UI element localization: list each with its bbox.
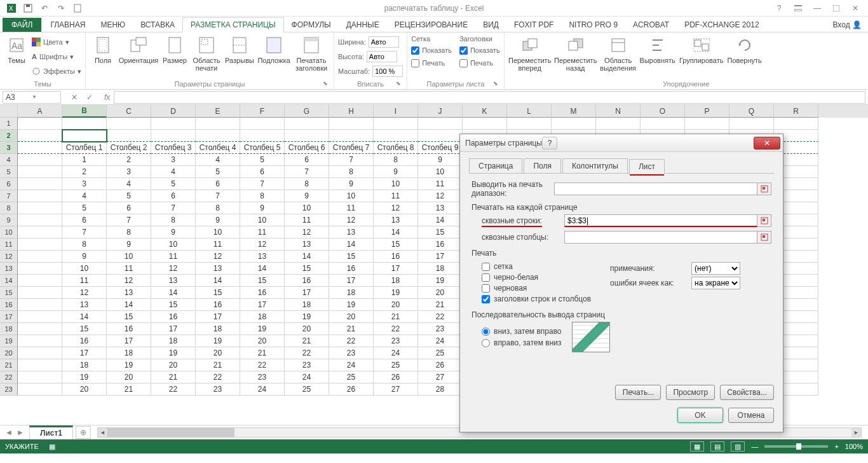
cell[interactable]: 23 <box>329 347 374 359</box>
cols-picker-icon[interactable] <box>757 231 771 244</box>
cell[interactable]: 18 <box>151 335 196 347</box>
dialog-titlebar[interactable]: Параметры страницы ? ✕ <box>460 134 783 152</box>
align-button[interactable]: Выровнять <box>639 35 676 64</box>
sheet-options-launcher[interactable]: ⬊ <box>491 79 500 88</box>
cell[interactable]: 22 <box>285 347 329 359</box>
cell[interactable] <box>18 251 62 263</box>
cell[interactable]: 9 <box>240 202 285 214</box>
signin-link[interactable]: Вход 👤 <box>827 18 869 32</box>
cell[interactable]: 22 <box>329 335 374 347</box>
properties-button[interactable]: Свойства... <box>720 385 774 400</box>
cell[interactable]: 9 <box>151 226 196 238</box>
ribbon-tab[interactable]: ВИД <box>475 18 506 32</box>
cell[interactable]: 12 <box>151 263 196 275</box>
cell[interactable]: Столбец 4 <box>196 142 240 154</box>
cell[interactable]: 24 <box>418 335 463 347</box>
cell[interactable]: 11 <box>62 275 107 287</box>
cell[interactable] <box>18 154 62 166</box>
cell[interactable]: 16 <box>285 275 329 287</box>
cell[interactable]: 13 <box>107 287 151 299</box>
print-range-input[interactable] <box>554 183 757 195</box>
cell[interactable]: 6 <box>285 154 329 166</box>
cell[interactable] <box>151 130 196 142</box>
row-header[interactable]: 6 <box>0 178 18 190</box>
cell[interactable]: 19 <box>418 275 463 287</box>
cell[interactable]: Столбец 7 <box>329 142 374 154</box>
cell[interactable]: 16 <box>418 238 463 251</box>
gridlines-print-check[interactable] <box>411 59 419 67</box>
cell[interactable]: 6 <box>240 166 285 178</box>
cell[interactable]: 7 <box>151 202 196 214</box>
cell[interactable] <box>18 130 62 142</box>
colors-menu[interactable]: Цвета ▾ <box>32 35 81 49</box>
scale-input[interactable] <box>372 66 403 77</box>
cell[interactable]: 9 <box>62 251 107 263</box>
cell[interactable]: 22 <box>418 311 463 323</box>
cell[interactable] <box>18 226 62 238</box>
cell[interactable]: 16 <box>62 335 107 347</box>
cell[interactable]: 7 <box>62 226 107 238</box>
cancel-button[interactable]: Отмена <box>728 408 774 423</box>
cell[interactable] <box>329 118 374 130</box>
cell[interactable]: 14 <box>196 275 240 287</box>
cell[interactable]: 17 <box>240 299 285 311</box>
row-header[interactable]: 10 <box>0 226 18 238</box>
ribbon-tab[interactable]: ДАННЫЕ <box>339 18 387 32</box>
row-header[interactable]: 19 <box>0 335 18 347</box>
cell[interactable]: 17 <box>107 335 151 347</box>
cell[interactable]: 8 <box>107 226 151 238</box>
cell[interactable]: 25 <box>285 384 329 396</box>
row-header[interactable]: 22 <box>0 371 18 384</box>
cell[interactable]: 22 <box>240 359 285 371</box>
column-header[interactable]: E <box>196 105 240 118</box>
column-header[interactable]: F <box>240 105 285 118</box>
cell[interactable] <box>774 118 818 130</box>
cell[interactable]: 3 <box>151 154 196 166</box>
minimize-icon[interactable]: — <box>808 1 826 15</box>
column-header[interactable]: O <box>641 105 685 118</box>
column-header[interactable]: Q <box>729 105 774 118</box>
cell[interactable]: 3 <box>62 178 107 190</box>
enter-formula-icon[interactable]: ✓ <box>83 91 97 104</box>
order-down-radio[interactable] <box>482 328 490 336</box>
column-header[interactable]: D <box>151 105 196 118</box>
width-input[interactable] <box>369 36 399 48</box>
cell[interactable]: 20 <box>374 299 418 311</box>
cell[interactable]: 19 <box>196 335 240 347</box>
cell[interactable]: 23 <box>285 359 329 371</box>
cell[interactable]: 21 <box>329 323 374 335</box>
cell[interactable]: 13 <box>151 275 196 287</box>
cell[interactable]: 10 <box>240 214 285 226</box>
cell[interactable]: 24 <box>329 359 374 371</box>
column-header[interactable]: M <box>552 105 596 118</box>
row-header[interactable]: 23 <box>0 384 18 396</box>
row-header[interactable]: 3 <box>0 142 18 154</box>
ribbon-tab[interactable]: Foxit PDF <box>506 18 561 32</box>
cell[interactable]: 15 <box>240 275 285 287</box>
row-header[interactable]: 4 <box>0 154 18 166</box>
cell[interactable]: 26 <box>418 359 463 371</box>
cell[interactable]: 21 <box>285 335 329 347</box>
cell[interactable]: 13 <box>418 202 463 214</box>
column-header[interactable]: P <box>685 105 729 118</box>
cell[interactable]: 10 <box>151 238 196 251</box>
cell[interactable]: Столбец 5 <box>240 142 285 154</box>
cell[interactable]: 9 <box>374 166 418 178</box>
cell[interactable]: 20 <box>240 335 285 347</box>
maximize-icon[interactable] <box>827 1 845 15</box>
fonts-menu[interactable]: AШрифты ▾ <box>32 50 81 64</box>
cell[interactable]: 12 <box>329 214 374 226</box>
cell[interactable] <box>729 118 774 130</box>
cell[interactable] <box>374 130 418 142</box>
rows-picker-icon[interactable] <box>757 214 771 227</box>
cell[interactable] <box>418 130 463 142</box>
cell[interactable]: 12 <box>285 226 329 238</box>
cell[interactable]: 4 <box>62 190 107 202</box>
page-layout-view-icon[interactable]: ▤ <box>710 441 724 452</box>
headings-print-check[interactable] <box>459 59 468 67</box>
cell[interactable]: 12 <box>240 238 285 251</box>
cell[interactable]: 16 <box>240 287 285 299</box>
cell[interactable]: 28 <box>418 384 463 396</box>
cell[interactable] <box>18 311 62 323</box>
cell[interactable] <box>552 118 596 130</box>
